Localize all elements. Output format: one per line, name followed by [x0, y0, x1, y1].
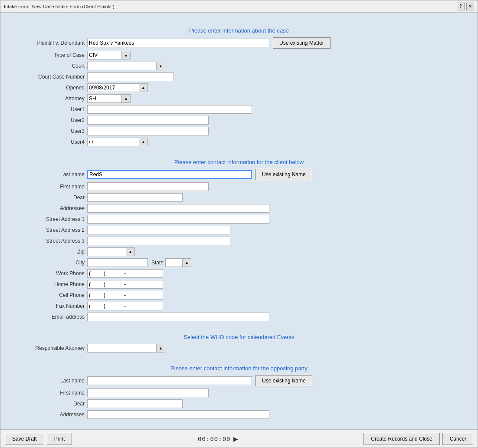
user2-label: User2	[9, 117, 87, 123]
court-input[interactable]	[87, 62, 157, 70]
client-street3-row: Street Address 3	[9, 237, 469, 245]
user2-row: User2	[9, 116, 469, 125]
attorney-input[interactable]	[87, 94, 122, 103]
court-dropdown[interactable]: ▲	[157, 62, 165, 70]
opened-label: Opened	[9, 85, 87, 91]
close-button[interactable]: ✕	[466, 3, 474, 10]
client-dear-row: Dear	[9, 193, 469, 202]
plaintiff-label: Plaintiff v. Defendant	[9, 40, 87, 46]
use-existing-name-client-button[interactable]: Use existing Name	[255, 169, 312, 180]
client-fax-number[interactable]	[126, 303, 147, 309]
who-section-header: Select the WHO code for calendared Event…	[9, 334, 469, 340]
timer-play-button[interactable]: ▶	[233, 435, 238, 442]
client-addressee-label: Addressee	[9, 205, 87, 211]
client-city-input[interactable]	[87, 258, 148, 267]
client-zip-row: Zip ▲	[9, 247, 469, 256]
client-work-phone-label: Work Phone	[9, 270, 87, 277]
create-records-button[interactable]: Create Records and Close	[363, 433, 439, 445]
client-fax-area[interactable]	[91, 303, 104, 309]
client-email-input[interactable]	[87, 313, 269, 321]
client-state-dropdown[interactable]: ▲	[183, 258, 191, 267]
attorney-label: Attorney	[9, 96, 87, 102]
client-street3-label: Street Address 3	[9, 238, 87, 244]
content-area: Please enter information about the case …	[0, 13, 478, 429]
client-dear-input[interactable]	[87, 193, 183, 202]
client-first-name-label: First name	[9, 184, 87, 190]
client-fax-prefix[interactable]	[107, 303, 124, 309]
court-label: Court	[9, 63, 87, 69]
client-fax-label: Fax Number	[9, 303, 87, 309]
client-email-label: Email address	[9, 314, 87, 320]
opposing-first-name-input[interactable]	[87, 389, 209, 397]
client-street2-input[interactable]	[87, 226, 230, 234]
opened-input[interactable]	[87, 83, 139, 92]
opened-row: Opened ▲	[9, 83, 469, 92]
use-existing-name-opposing-button[interactable]: Use existing Name	[255, 375, 312, 386]
client-work-phone-group: ( ) -	[87, 269, 163, 278]
client-home-phone-prefix[interactable]	[107, 281, 124, 287]
case-section-header: Please enter information about the case	[9, 27, 469, 34]
client-cell-phone-group: ( ) -	[87, 291, 163, 300]
user3-label: User3	[9, 128, 87, 134]
client-last-name-row: Last name Use existing Name	[9, 169, 469, 180]
cancel-button[interactable]: Cancel	[442, 433, 473, 445]
opposing-addressee-row: Addressee	[9, 410, 469, 419]
user4-dropdown[interactable]: ▲	[139, 138, 148, 146]
client-zip-input[interactable]	[87, 247, 126, 256]
opposing-addressee-input[interactable]	[87, 410, 269, 419]
type-of-case-dropdown[interactable]: ▲	[122, 51, 131, 59]
court-row: Court ▲	[9, 62, 469, 70]
client-work-phone-number[interactable]	[126, 270, 147, 277]
client-street1-row: Street Address 1	[9, 215, 469, 224]
opposing-first-name-row: First name	[9, 389, 469, 397]
client-street3-input[interactable]	[87, 237, 230, 245]
client-zip-dropdown[interactable]: ▲	[126, 247, 135, 256]
user3-input[interactable]	[87, 127, 209, 135]
user4-input[interactable]	[87, 138, 139, 146]
client-home-phone-number[interactable]	[126, 281, 147, 287]
client-fax-row: Fax Number ( ) -	[9, 302, 469, 310]
client-home-phone-label: Home Phone	[9, 281, 87, 287]
type-of-case-label: Type of Case	[9, 52, 87, 58]
client-work-phone-area[interactable]	[91, 270, 104, 277]
client-home-phone-area[interactable]	[91, 281, 104, 287]
responsible-attorney-dropdown[interactable]: ▲	[157, 344, 165, 352]
client-cell-phone-prefix[interactable]	[107, 292, 124, 298]
client-last-name-label: Last name	[9, 171, 87, 178]
client-zip-label: Zip	[9, 249, 87, 255]
client-state-label: State	[151, 260, 164, 266]
client-email-row: Email address	[9, 313, 469, 321]
court-case-number-row: Court Case Number	[9, 72, 469, 81]
opened-dropdown[interactable]: ▲	[139, 83, 148, 92]
user1-label: User1	[9, 106, 87, 112]
attorney-dropdown[interactable]: ▲	[122, 94, 131, 103]
use-existing-matter-button[interactable]: Use existing Matter	[273, 37, 331, 49]
print-button[interactable]: Print	[47, 433, 72, 445]
court-case-number-input[interactable]	[87, 72, 174, 81]
client-work-phone-prefix[interactable]	[107, 270, 124, 277]
user4-label: User4	[9, 139, 87, 145]
type-of-case-row: Type of Case ▲	[9, 51, 469, 59]
opposing-last-name-row: Last name Use existing Name	[9, 375, 469, 386]
user1-input[interactable]	[87, 105, 252, 114]
client-city-label: City	[9, 260, 87, 266]
responsible-attorney-input[interactable]	[87, 344, 157, 352]
client-addressee-input[interactable]	[87, 204, 269, 213]
opposing-dear-input[interactable]	[87, 399, 183, 408]
user2-input[interactable]	[87, 116, 209, 125]
client-state-input[interactable]	[165, 258, 183, 267]
client-street2-row: Street Address 2	[9, 226, 469, 234]
plaintiff-input[interactable]	[87, 39, 269, 47]
opposing-last-name-input[interactable]	[87, 376, 252, 385]
help-button[interactable]: ?	[457, 3, 465, 10]
save-draft-button[interactable]: Save Draft	[5, 433, 44, 445]
client-fax-group: ( ) -	[87, 302, 163, 310]
type-of-case-input[interactable]	[87, 51, 122, 59]
client-cell-phone-number[interactable]	[126, 292, 147, 298]
client-street1-input[interactable]	[87, 215, 269, 224]
client-last-name-input[interactable]	[87, 170, 252, 179]
client-cell-phone-area[interactable]	[91, 292, 104, 298]
client-cell-phone-label: Cell Phone	[9, 292, 87, 298]
client-first-name-input[interactable]	[87, 182, 209, 191]
bottom-bar: Save Draft Print 00:00:00 ▶ Create Recor…	[0, 429, 478, 448]
